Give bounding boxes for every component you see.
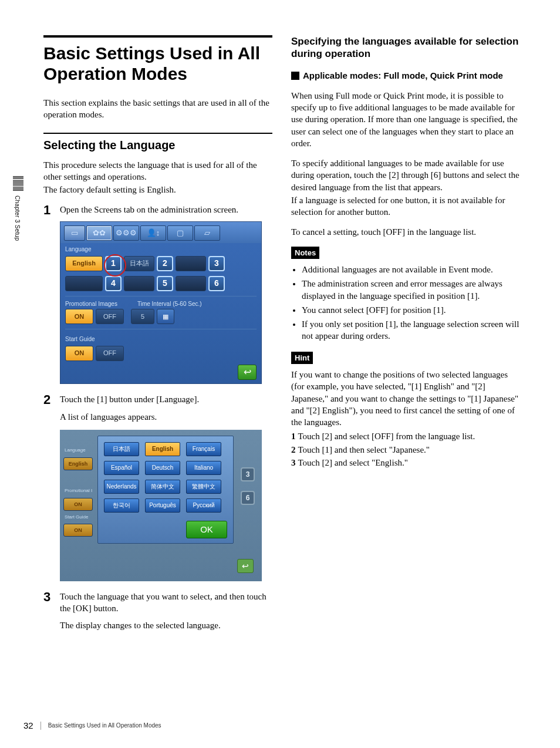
lang-italian[interactable]: Italiano [186, 461, 221, 475]
promo-on-button[interactable]: ON [65, 309, 93, 324]
footer-divider [41, 722, 41, 730]
toolbar-icon-6[interactable]: ▱ [194, 225, 220, 241]
note-1: Additional languages are not available i… [302, 264, 520, 275]
step-1: 1 Open the Screens tab on the administra… [43, 204, 272, 217]
chapter-side-tab: Chapter 3 Setup [13, 176, 26, 264]
m2-promo-on[interactable]: ON [63, 498, 93, 511]
english-chip[interactable]: English [65, 256, 103, 271]
interval-calendar-icon[interactable]: ▦ [157, 309, 174, 324]
col2-p4: To cancel a setting, touch [OFF] in the … [291, 226, 520, 238]
m2-promo-label: Promotional I [63, 488, 96, 494]
hint-paragraph: If you want to change the positions of t… [291, 369, 520, 428]
lang-slot-1[interactable]: 1 [105, 256, 122, 271]
language-popup: 日本語 English Français Español Deutsch Ita… [97, 436, 234, 544]
empty-chip-4[interactable] [176, 276, 206, 291]
col2-p2: To specify additional languages to be ma… [291, 157, 520, 193]
lang-slot-2[interactable]: 2 [157, 256, 173, 271]
intro-paragraph: This section explains the basic settings… [43, 97, 272, 121]
selecting-language-p2: The factory default setting is English. [43, 184, 272, 196]
language-label: Language [60, 243, 261, 255]
lang-dutch[interactable]: Nederlands [104, 480, 139, 494]
empty-chip-2[interactable] [65, 276, 103, 291]
lang-portuguese[interactable]: Português [145, 498, 180, 513]
lang-english[interactable]: English [145, 442, 180, 456]
m2-sg-label: Start Guide [63, 514, 96, 521]
step-3-sub: The display changes to the selected lang… [60, 619, 272, 631]
hint-step-3: 3Touch [2] and select "English." [291, 457, 520, 469]
right-column: Specifying the languages available for s… [291, 35, 520, 638]
lang-french[interactable]: Français [186, 442, 221, 456]
m2-english-chip[interactable]: English [63, 457, 93, 470]
back-icon[interactable]: ↩ [238, 365, 257, 380]
ok-button[interactable]: OK [186, 521, 227, 538]
screenshot-toolbar: ▭ ✿✿ ⚙⚙⚙ 👤↕ ▢ ▱ [60, 222, 261, 243]
col2-p3: If a language is selected for one button… [291, 194, 520, 218]
notes-badge: Notes [291, 247, 319, 260]
start-guide-label: Start Guide [60, 333, 261, 345]
hint-list: 1Touch [2] and select [OFF] from the lan… [291, 430, 520, 469]
step-2-number: 2 [43, 393, 54, 406]
col2-p1: When using Full mode or Quick Print mode… [291, 90, 520, 149]
page-number: 32 [23, 720, 33, 732]
hint-badge: Hint [291, 352, 313, 365]
notes-list: Additional languages are not available i… [291, 264, 520, 342]
back-icon-2[interactable]: ↩ [237, 559, 254, 573]
lang-spanish[interactable]: Español [104, 461, 139, 475]
ghost-slot-3: 3 [241, 467, 255, 481]
lang-slot-5[interactable]: 5 [157, 276, 173, 291]
selecting-language-heading: Selecting the Language [43, 137, 272, 153]
step-3-number: 3 [43, 591, 54, 604]
lang-slot-6[interactable]: 6 [208, 276, 225, 291]
lang-german[interactable]: Deutsch [145, 461, 180, 475]
step-2-text: Touch the [1] button under [Language]. [60, 393, 272, 405]
empty-chip-1[interactable] [176, 256, 206, 271]
lang-russian[interactable]: Русский [186, 498, 221, 513]
page-title: Basic Settings Used in All Operation Mod… [43, 35, 272, 84]
selecting-language-p1: This procedure selects the language that… [43, 159, 272, 183]
toolbar-icon-2[interactable]: ✿✿ [86, 225, 112, 241]
m2-sg-on[interactable]: ON [63, 524, 93, 537]
promo-label: Promotional Images [65, 300, 117, 308]
lang-simplified-chinese[interactable]: 简体中文 [145, 480, 180, 494]
page-footer: 32 Basic Settings Used in All Operation … [23, 720, 161, 732]
step-1-number: 1 [43, 204, 54, 217]
lang-korean[interactable]: 한국어 [104, 498, 139, 513]
lang-traditional-chinese[interactable]: 繁體中文 [186, 480, 221, 494]
sg-off-button[interactable]: OFF [96, 346, 124, 361]
toolbar-icon-4[interactable]: 👤↕ [140, 225, 166, 241]
left-column: Basic Settings Used in All Operation Mod… [43, 35, 272, 638]
ghost-slot-6: 6 [241, 491, 255, 505]
note-3: You cannot select [OFF] for position [1]… [302, 304, 520, 316]
step-2: 2 Touch the [1] button under [Language]. [43, 393, 272, 406]
step-1-text: Open the Screens tab on the administrati… [60, 204, 272, 215]
promo-off-button[interactable]: OFF [96, 309, 124, 324]
section-rule [43, 133, 272, 134]
applicable-modes-text: Applicable modes: Full mode, Quick Print… [303, 70, 503, 80]
toolbar-icon-3[interactable]: ⚙⚙⚙ [113, 225, 139, 241]
lang-slot-3[interactable]: 3 [208, 256, 225, 271]
lang-slot-4[interactable]: 4 [105, 276, 122, 291]
step-2-sub: A list of languages appears. [60, 411, 272, 423]
note-2: The administration screen and error mess… [302, 278, 520, 302]
step-3: 3 Touch the language that you want to se… [43, 591, 272, 615]
specifying-languages-heading: Specifying the languages available for s… [291, 35, 520, 60]
japanese-chip[interactable]: 日本語 [124, 256, 154, 271]
hint-step-1: 1Touch [2] and select [OFF] from the lan… [291, 430, 520, 442]
interval-value[interactable]: 5 [131, 309, 154, 324]
side-tab-lines [13, 176, 26, 191]
chapter-label: Chapter 3 Setup [13, 196, 21, 241]
language-list-screenshot: Language English Promotional I ON Start … [60, 430, 262, 581]
square-icon [291, 72, 299, 80]
empty-chip-3[interactable] [124, 276, 154, 291]
applicable-modes: Applicable modes: Full mode, Quick Print… [291, 70, 520, 82]
hint-step-2: 2Touch [1] and then select "Japanese." [291, 444, 520, 456]
lang-japanese[interactable]: 日本語 [104, 442, 139, 456]
footer-text: Basic Settings Used in All Operation Mod… [48, 722, 161, 730]
note-4: If you only set position [1], the langua… [302, 318, 520, 342]
toolbar-icon-5[interactable]: ▢ [167, 225, 193, 241]
time-interval-label: Time Interval (5-60 Sec.) [137, 300, 202, 308]
m2-language-label: Language [63, 447, 96, 454]
sg-on-button[interactable]: ON [65, 346, 93, 361]
step-3-text: Touch the language that you want to sele… [60, 591, 272, 615]
toolbar-icon-1[interactable]: ▭ [64, 225, 85, 241]
